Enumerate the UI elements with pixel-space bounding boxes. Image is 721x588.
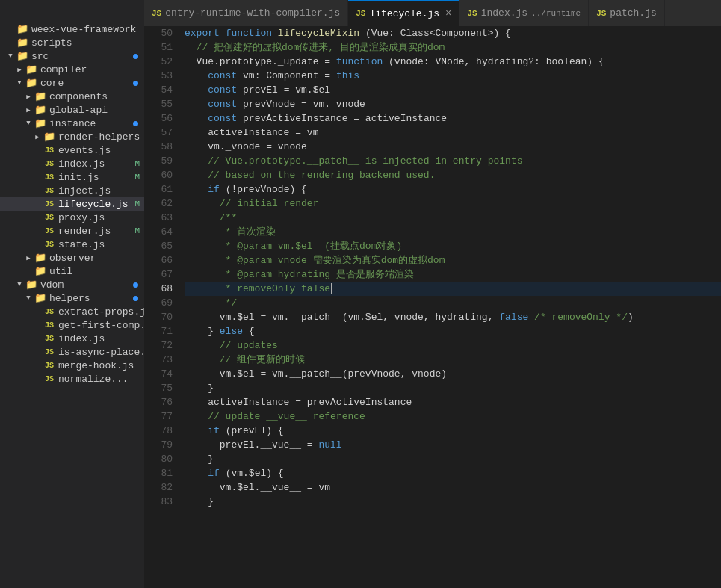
- line-number: 72: [144, 338, 173, 353]
- line-number: 55: [144, 97, 173, 111]
- line-number: 66: [144, 253, 173, 267]
- sidebar-item-index.js-1[interactable]: JSindex.jsM: [0, 157, 144, 170]
- line-number: 60: [144, 168, 173, 182]
- tab-entry-runtime[interactable]: JSentry-runtime-with-compiler.js: [144, 0, 348, 26]
- sidebar-item-render-helpers[interactable]: 📁render-helpers: [0, 130, 144, 143]
- modified-dot: [133, 81, 138, 86]
- tab-bar: JSentry-runtime-with-compiler.jsJSlifecy…: [144, 0, 721, 26]
- folder-icon: 📁: [34, 265, 46, 277]
- code-line: activeInstance = prevActiveInstance: [185, 395, 721, 409]
- tab-lifecycle[interactable]: JSlifecycle.js×: [348, 0, 459, 26]
- code-line: * removeOnly false: [185, 282, 721, 296]
- sidebar-item-vdom[interactable]: 📁vdom: [0, 278, 144, 291]
- chevron-icon: [15, 280, 24, 289]
- modified-badge: M: [134, 159, 140, 168]
- line-number: 62: [144, 196, 173, 211]
- sidebar-item-proxy.js[interactable]: JSproxy.js: [0, 211, 144, 224]
- sidebar-item-label: scripts: [31, 37, 72, 49]
- sidebar-title: [0, 0, 144, 9]
- sidebar-item-index.js-2[interactable]: JSindex.js: [0, 332, 144, 345]
- modified-dot: [133, 282, 138, 288]
- sidebar-item-label: extract-props.js: [58, 306, 144, 318]
- folder-icon: 📁: [43, 131, 55, 143]
- folder-icon: 📁: [34, 104, 46, 116]
- chevron-icon: [15, 65, 24, 74]
- tab-close-button[interactable]: ×: [445, 8, 451, 19]
- code-line: }: [185, 381, 721, 395]
- sidebar-item-lifecycle.js[interactable]: JSlifecycle.jsM: [0, 197, 144, 211]
- code-line: vm.$el = vm.__patch__(prevVnode, vnode): [185, 367, 721, 381]
- chevron-icon: [24, 105, 33, 114]
- sidebar-item-state.js[interactable]: JSstate.js: [0, 238, 144, 251]
- sidebar-item-label: weex-vue-framework: [31, 24, 136, 35]
- sidebar-item-src[interactable]: 📁src: [0, 49, 144, 63]
- sidebar-item-helpers[interactable]: 📁helpers: [0, 291, 144, 305]
- sidebar-item-is-async-place[interactable]: JSis-async-place...: [0, 345, 144, 359]
- sidebar-item-label: render-helpers: [58, 131, 140, 143]
- line-number: 79: [144, 438, 173, 452]
- line-number: 59: [144, 154, 173, 168]
- folder-icon: 📁: [25, 64, 37, 75]
- folder-icon: 📁: [16, 23, 28, 35]
- code-line: * @param vnode 需要渲染为真实dom的虚拟dom: [185, 253, 721, 267]
- sidebar-item-label: compiler: [40, 64, 87, 75]
- sidebar-item-util[interactable]: 📁util: [0, 264, 144, 278]
- line-number: 52: [144, 55, 173, 69]
- modified-badge: M: [134, 226, 140, 235]
- code-area: 5051525354555657585960616263646566676869…: [144, 26, 721, 588]
- sidebar-item-render.js[interactable]: JSrender.jsM: [0, 224, 144, 238]
- line-number: 68: [144, 282, 173, 296]
- tab-patch[interactable]: JSpatch.js: [589, 0, 665, 26]
- sidebar-item-extract-props.js[interactable]: JSextract-props.js: [0, 305, 144, 318]
- sidebar-item-global-api[interactable]: 📁global-api: [0, 103, 144, 117]
- sidebar-item-label: state.js: [58, 239, 105, 250]
- sidebar-item-events.js[interactable]: JSevents.js: [0, 143, 144, 157]
- folder-icon: 📁: [25, 77, 37, 89]
- sidebar-item-label: helpers: [49, 293, 90, 304]
- sidebar-item-get-first-comp[interactable]: JSget-first-comp...: [0, 318, 144, 332]
- sidebar-item-normalize[interactable]: JSnormalize...: [0, 372, 144, 386]
- code-line: export function lifecycleMixin (Vue: Cla…: [185, 26, 721, 40]
- tab-label: patch.js: [610, 7, 656, 19]
- js-file-icon: JS: [43, 359, 55, 371]
- main-editor: JSentry-runtime-with-compiler.jsJSlifecy…: [144, 0, 721, 588]
- code-content[interactable]: export function lifecycleMixin (Vue: Cla…: [180, 26, 721, 588]
- sidebar-item-weex-vue-framework[interactable]: 📁weex-vue-framework: [0, 22, 144, 36]
- code-line: vm.$el.__vue__ = vm: [185, 480, 721, 495]
- tab-js-icon: JS: [152, 9, 161, 18]
- js-file-icon: JS: [43, 332, 55, 344]
- js-file-icon: JS: [43, 225, 55, 237]
- sidebar-item-compiler[interactable]: 📁compiler: [0, 63, 144, 76]
- line-number: 51: [144, 40, 173, 55]
- code-line: activeInstance = vm: [185, 126, 721, 140]
- sidebar-item-inject.js[interactable]: JSinject.js: [0, 184, 144, 197]
- text-cursor: [331, 283, 332, 294]
- code-line: // 组件更新的时候: [185, 353, 721, 367]
- code-line: * @param hydrating 是否是服务端渲染: [185, 267, 721, 282]
- tab-label: index.js: [481, 7, 527, 19]
- sidebar-item-init.js[interactable]: JSinit.jsM: [0, 170, 144, 184]
- tab-index-runtime[interactable]: JSindex.js ../runtime: [459, 0, 589, 26]
- sidebar-item-scripts[interactable]: 📁scripts: [0, 36, 144, 49]
- code-line: if (!prevVnode) {: [185, 182, 721, 196]
- sidebar-item-observer[interactable]: 📁observer: [0, 251, 144, 264]
- code-line: }: [185, 495, 721, 509]
- js-file-icon: JS: [43, 144, 55, 156]
- line-number: 82: [144, 480, 173, 495]
- sidebar-item-label: index.js: [58, 333, 105, 344]
- sidebar-item-components[interactable]: 📁components: [0, 90, 144, 103]
- chevron-icon: [24, 253, 33, 262]
- tab-sublabel: ../runtime: [531, 9, 581, 18]
- js-file-icon: JS: [43, 198, 55, 210]
- code-line: const vm: Component = this: [185, 69, 721, 83]
- modified-dot: [133, 54, 138, 59]
- sidebar-item-label: index.js: [58, 158, 105, 170]
- sidebar-item-core[interactable]: 📁core: [0, 76, 144, 90]
- sidebar-item-instance[interactable]: 📁instance: [0, 117, 144, 130]
- sidebar-item-merge-hook.js[interactable]: JSmerge-hook.js: [0, 359, 144, 372]
- sidebar-item-label: vdom: [40, 279, 64, 291]
- modified-dot: [133, 121, 138, 126]
- sidebar-item-label: render.js: [58, 226, 111, 237]
- line-number: 70: [144, 310, 173, 324]
- sidebar-item-label: is-async-place...: [58, 347, 144, 358]
